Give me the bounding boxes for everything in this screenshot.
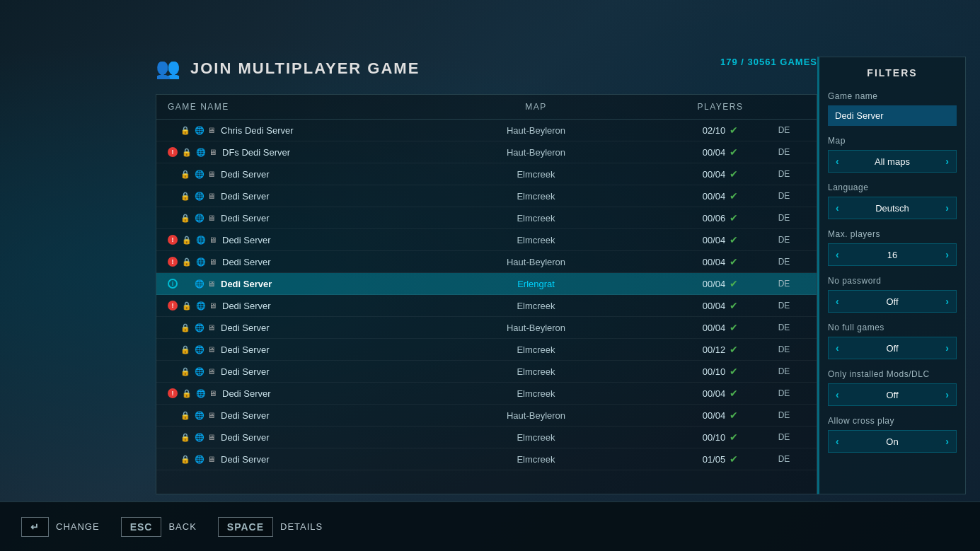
- lang-badge: DE: [763, 147, 805, 157]
- lang-badge: DE: [763, 388, 805, 398]
- filter-mods-next[interactable]: ›: [938, 384, 956, 405]
- map-name: Elmcreek: [394, 191, 678, 202]
- map-name: Elmcreek: [394, 301, 678, 311]
- players-cell: 00/04 ✔: [678, 190, 763, 202]
- filter-no-full-games-group: No full games ‹ Off ›: [828, 323, 957, 359]
- table-row[interactable]: 🔒 🌐 🖥 Dedi Server Elmcreek 01/05 ✔ DE: [156, 448, 817, 470]
- lang-badge: DE: [763, 366, 805, 376]
- server-name: Dedi Server: [222, 301, 271, 311]
- filter-nopwd-value: Off: [846, 291, 939, 312]
- lock-icon: 🔒: [180, 455, 190, 464]
- map-name: Haut-Beyleron: [394, 125, 678, 136]
- pc-icon: 🖥: [207, 279, 215, 288]
- row-left: i 🌐 🖥 Dedi Server: [168, 279, 394, 289]
- server-name: Dedi Server: [221, 410, 270, 421]
- filter-maxp-next[interactable]: ›: [938, 244, 956, 265]
- table-row[interactable]: 🔒 🌐 🖥 Dedi Server Elmcreek 00/12 ✔ DE: [156, 339, 817, 361]
- server-name: Dedi Server: [221, 169, 270, 180]
- globe-icon: 🌐: [195, 345, 204, 354]
- warning-icon: !: [168, 257, 178, 267]
- players-cell: 00/10 ✔: [678, 366, 763, 377]
- pc-icon: 🖥: [207, 433, 215, 441]
- filter-map-label: Map: [828, 136, 957, 146]
- table-row[interactable]: ! 🔒 🌐 🖥 Dedi Server Elmcreek 00/04 ✔ DE: [156, 295, 817, 317]
- details-button[interactable]: SPACE: [218, 517, 273, 537]
- filter-no-full-games-label: No full games: [828, 323, 957, 332]
- pc-icon: 🖥: [207, 170, 215, 178]
- filter-maxp-value: 16: [846, 245, 939, 265]
- globe-icon: 🌐: [196, 301, 206, 311]
- table-row[interactable]: 🔒 🌐 🖥 Dedi Server Elmcreek 00/10 ✔ DE: [156, 361, 817, 383]
- table-row[interactable]: 🔒 🌐 🖥 Dedi Server Haut-Beyleron 00/04 ✔ …: [156, 405, 817, 427]
- left-panel: 👥 JOIN MULTIPLAYER GAME GAME NAME MAP PL…: [156, 57, 817, 494]
- row-left: 🔒 🌐 🖥 Dedi Server: [168, 213, 394, 224]
- back-button[interactable]: ESC: [121, 517, 162, 537]
- lang-badge: DE: [763, 344, 805, 354]
- row-left: 🔒 🌐 🖥 Dedi Server: [168, 454, 394, 465]
- table-row[interactable]: 🔒 🌐 🖥 Dedi Server Elmcreek 00/04 ✔ DE: [156, 163, 817, 185]
- table-row[interactable]: 🔒 🌐 🖥 Chris Dedi Server Haut-Beyleron 02…: [156, 120, 817, 141]
- lang-badge: DE: [763, 125, 805, 135]
- back-hotkey-group: ESC BACK: [121, 517, 197, 537]
- lock-icon: 🔒: [182, 301, 192, 311]
- filter-game-name-input[interactable]: [828, 105, 957, 126]
- change-button[interactable]: ↵: [21, 517, 49, 537]
- filter-maxp-prev[interactable]: ‹: [829, 244, 846, 265]
- players-cell: 00/04 ✔: [678, 278, 763, 289]
- filter-map-selector: ‹ All maps ›: [828, 150, 957, 173]
- filter-nopwd-next[interactable]: ›: [938, 291, 956, 312]
- check-icon: ✔: [730, 453, 738, 465]
- globe-icon: 🌐: [196, 257, 206, 267]
- filter-map-next[interactable]: ›: [938, 151, 956, 172]
- players-cell: 01/05 ✔: [678, 453, 763, 465]
- filter-nofull-value: Off: [846, 338, 939, 359]
- check-icon: ✔: [730, 212, 738, 224]
- filter-game-name-group: Game name: [828, 91, 957, 126]
- table-row[interactable]: ! 🔒 🌐 🖥 DFs Dedi Server Haut-Beyleron 00…: [156, 141, 817, 163]
- filter-cross-next[interactable]: ›: [938, 431, 956, 452]
- col-game-name: GAME NAME: [168, 102, 394, 112]
- table-row[interactable]: 🔒 🌐 🖥 Dedi Server Elmcreek 00/04 ✔ DE: [156, 185, 817, 207]
- details-hotkey-group: SPACE DETAILS: [218, 517, 323, 537]
- lock-icon: 🔒: [182, 389, 192, 398]
- players-count: 00/04: [703, 410, 726, 421]
- players-count: 00/04: [703, 323, 726, 333]
- table-row[interactable]: ! 🔒 🌐 🖥 Dedi Server Elmcreek 00/04 ✔ DE: [156, 229, 817, 251]
- check-icon: ✔: [730, 168, 738, 180]
- table-row[interactable]: 🔒 🌐 🖥 Dedi Server Elmcreek 00/06 ✔ DE: [156, 207, 817, 229]
- lang-badge: DE: [763, 454, 805, 464]
- players-count: 00/04: [703, 257, 726, 267]
- players-cell: 00/04 ✔: [678, 388, 763, 399]
- row-left: 🔒 🌐 🖥 Dedi Server: [168, 191, 394, 202]
- filter-nopwd-prev[interactable]: ‹: [829, 291, 846, 312]
- table-row[interactable]: 🔒 🌐 🖥 Dedi Server Elmcreek 00/10 ✔ DE: [156, 427, 817, 448]
- globe-icon: 🌐: [195, 192, 204, 201]
- server-name: Dedi Server: [222, 388, 271, 399]
- filter-nofull-prev[interactable]: ‹: [829, 337, 846, 359]
- filter-mods-prev[interactable]: ‹: [829, 384, 846, 405]
- lock-icon: 🔒: [182, 148, 192, 157]
- check-icon: ✔: [730, 344, 738, 355]
- filter-cross-value: On: [846, 431, 939, 452]
- lang-badge: DE: [763, 432, 805, 442]
- filter-lang-prev[interactable]: ‹: [829, 197, 846, 219]
- players-count: 00/04: [703, 235, 726, 245]
- filter-lang-value: Deutsch: [846, 198, 939, 219]
- row-left: 🔒 🌐 🖥 Dedi Server: [168, 366, 394, 377]
- filters-title: FILTERS: [828, 67, 957, 79]
- table-row[interactable]: ! 🔒 🌐 🖥 Dedi Server Elmcreek 00/04 ✔ DE: [156, 383, 817, 405]
- table-row[interactable]: i 🌐 🖥 Dedi Server Erlengrat 00/04 ✔ DE: [156, 273, 817, 295]
- filter-map-prev[interactable]: ‹: [829, 151, 846, 172]
- map-name: Elmcreek: [394, 432, 678, 443]
- table-row[interactable]: 🔒 🌐 🖥 Dedi Server Haut-Beyleron 00/04 ✔ …: [156, 317, 817, 339]
- filter-only-mods-group: Only installed Mods/DLC ‹ Off ›: [828, 369, 957, 406]
- map-name: Haut-Beyleron: [394, 323, 678, 333]
- check-icon: ✔: [730, 410, 738, 421]
- table-row[interactable]: ! 🔒 🌐 🖥 Dedi Server Haut-Beyleron 00/04 …: [156, 251, 817, 273]
- filter-lang-next[interactable]: ›: [938, 197, 956, 219]
- row-left: 🔒 🌐 🖥 Dedi Server: [168, 432, 394, 443]
- pc-icon: 🖥: [209, 389, 217, 398]
- filter-no-password-label: No password: [828, 276, 957, 286]
- filter-cross-prev[interactable]: ‹: [829, 431, 846, 452]
- filter-nofull-next[interactable]: ›: [938, 337, 956, 359]
